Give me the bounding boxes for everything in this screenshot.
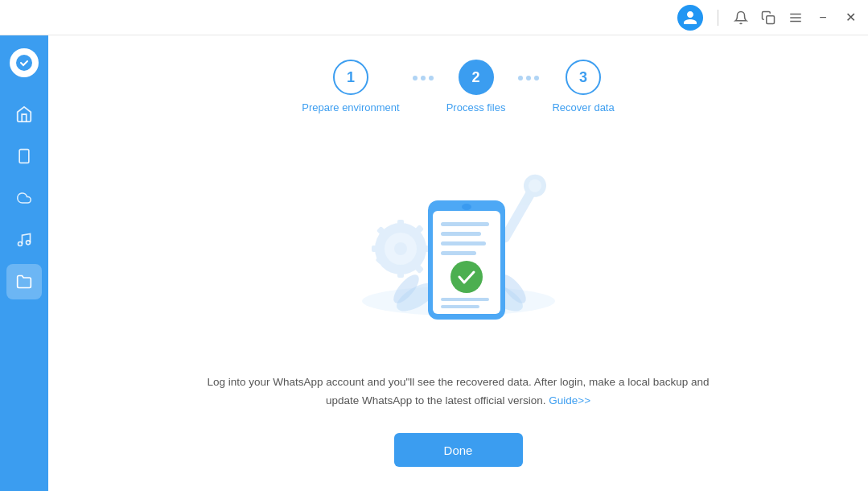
close-icon[interactable]: ✕ xyxy=(842,10,858,26)
stepper: 1 Prepare environment 2 Process files 3 … xyxy=(97,60,820,113)
svg-rect-15 xyxy=(372,246,381,252)
svg-rect-0 xyxy=(767,15,775,23)
illustration xyxy=(97,138,820,351)
message-body: Log into your WhatsApp account and you"l… xyxy=(208,376,710,406)
dot xyxy=(518,76,523,80)
bell-icon[interactable] xyxy=(733,10,749,26)
svg-point-8 xyxy=(27,241,31,245)
titlebar-divider xyxy=(718,10,718,26)
copy-icon[interactable] xyxy=(760,10,776,26)
svg-rect-5 xyxy=(19,150,29,163)
sidebar-item-home[interactable] xyxy=(6,97,42,132)
svg-rect-36 xyxy=(441,298,489,301)
dot xyxy=(526,76,531,80)
svg-point-35 xyxy=(450,261,483,293)
svg-rect-14 xyxy=(397,268,404,278)
dot xyxy=(413,76,418,80)
menu-icon[interactable] xyxy=(788,10,804,26)
sidebar xyxy=(0,35,48,491)
step-3: 3 Recover data xyxy=(552,60,614,113)
avatar[interactable] xyxy=(677,5,703,31)
app-logo xyxy=(10,48,39,77)
titlebar-icons: − ✕ xyxy=(677,5,858,31)
svg-rect-37 xyxy=(441,305,479,308)
step-3-circle: 3 xyxy=(566,60,601,95)
minimize-icon[interactable]: − xyxy=(815,10,831,26)
step-1: 1 Prepare environment xyxy=(302,60,399,113)
svg-rect-13 xyxy=(397,220,404,229)
message-text: Log into your WhatsApp account and you"l… xyxy=(201,373,716,411)
svg-rect-31 xyxy=(441,222,489,226)
done-button[interactable]: Done xyxy=(394,433,523,467)
svg-point-7 xyxy=(19,242,23,246)
sidebar-item-music[interactable] xyxy=(6,222,42,258)
titlebar: − ✕ xyxy=(0,0,868,35)
svg-rect-34 xyxy=(441,251,476,255)
svg-point-30 xyxy=(462,204,471,210)
sidebar-item-files[interactable] xyxy=(6,264,42,299)
svg-rect-32 xyxy=(441,232,481,236)
step-dots-1 xyxy=(400,76,446,80)
sidebar-item-cloud[interactable] xyxy=(6,180,42,216)
step-dots-2 xyxy=(505,76,552,80)
svg-point-12 xyxy=(394,242,407,255)
step-2: 2 Process files xyxy=(446,60,506,113)
dot xyxy=(429,76,434,80)
content-area: 1 Prepare environment 2 Process files 3 … xyxy=(48,35,868,491)
step-2-circle: 2 xyxy=(459,60,494,95)
done-button-wrapper: Done xyxy=(97,433,820,467)
step-1-label: Prepare environment xyxy=(302,101,399,113)
svg-rect-33 xyxy=(441,241,486,246)
guide-link[interactable]: Guide>> xyxy=(549,394,590,406)
step-2-label: Process files xyxy=(446,101,506,113)
svg-point-4 xyxy=(16,55,32,71)
step-3-label: Recover data xyxy=(552,101,614,113)
step-1-circle: 1 xyxy=(333,60,368,95)
sidebar-item-device[interactable] xyxy=(6,138,42,174)
dot xyxy=(421,76,426,80)
app-body: 1 Prepare environment 2 Process files 3 … xyxy=(0,35,868,491)
dot xyxy=(534,76,539,80)
